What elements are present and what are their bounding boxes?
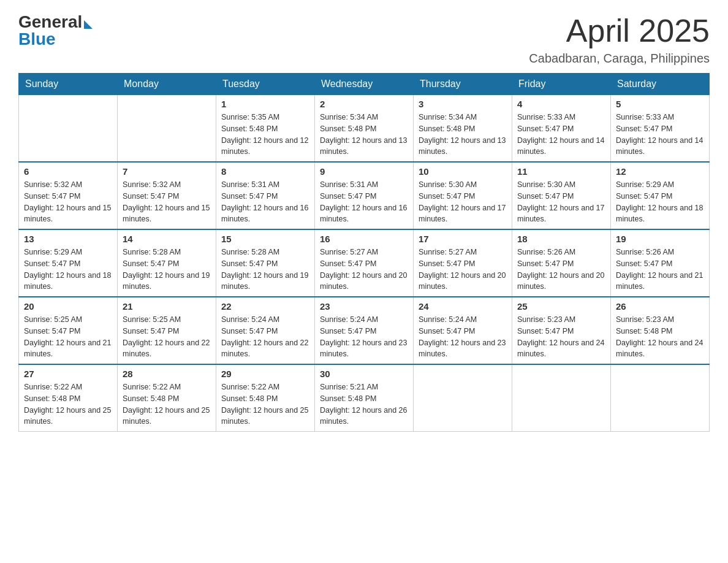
day-info: Sunrise: 5:31 AMSunset: 5:47 PMDaylight:…: [320, 179, 408, 225]
title-block: April 2025 Cabadbaran, Caraga, Philippin…: [529, 12, 710, 66]
day-info: Sunrise: 5:33 AMSunset: 5:47 PMDaylight:…: [517, 112, 605, 158]
day-number: 14: [123, 234, 211, 244]
day-info: Sunrise: 5:26 AMSunset: 5:47 PMDaylight:…: [517, 247, 605, 293]
day-info: Sunrise: 5:28 AMSunset: 5:47 PMDaylight:…: [123, 247, 211, 293]
day-info: Sunrise: 5:29 AMSunset: 5:47 PMDaylight:…: [616, 179, 704, 225]
calendar-cell: [414, 364, 512, 432]
calendar-cell: 29Sunrise: 5:22 AMSunset: 5:48 PMDayligh…: [216, 364, 315, 432]
day-number: 1: [221, 99, 309, 109]
calendar-cell: 5Sunrise: 5:33 AMSunset: 5:47 PMDaylight…: [611, 95, 710, 163]
calendar-cell: 25Sunrise: 5:23 AMSunset: 5:47 PMDayligh…: [512, 297, 611, 364]
day-info: Sunrise: 5:27 AMSunset: 5:47 PMDaylight:…: [320, 247, 408, 293]
day-number: 3: [419, 99, 507, 109]
calendar-cell: 18Sunrise: 5:26 AMSunset: 5:47 PMDayligh…: [512, 229, 611, 297]
col-header-friday: Friday: [512, 74, 611, 95]
day-number: 17: [419, 234, 507, 244]
col-header-monday: Monday: [118, 74, 216, 95]
day-number: 12: [616, 166, 704, 177]
calendar-cell: 1Sunrise: 5:35 AMSunset: 5:48 PMDaylight…: [216, 95, 315, 163]
calendar-cell: 9Sunrise: 5:31 AMSunset: 5:47 PMDaylight…: [315, 162, 414, 229]
day-number: 16: [320, 234, 408, 244]
day-info: Sunrise: 5:32 AMSunset: 5:47 PMDaylight:…: [24, 179, 112, 225]
day-number: 22: [221, 301, 309, 312]
day-number: 26: [616, 301, 704, 312]
location-title: Cabadbaran, Caraga, Philippines: [529, 52, 710, 66]
calendar-cell: [19, 95, 118, 163]
day-info: Sunrise: 5:34 AMSunset: 5:48 PMDaylight:…: [419, 112, 507, 158]
day-number: 2: [320, 99, 408, 109]
day-number: 7: [123, 166, 211, 177]
calendar-cell: 6Sunrise: 5:32 AMSunset: 5:47 PMDaylight…: [19, 162, 118, 229]
calendar-cell: 26Sunrise: 5:23 AMSunset: 5:48 PMDayligh…: [611, 297, 710, 364]
day-info: Sunrise: 5:30 AMSunset: 5:47 PMDaylight:…: [517, 179, 605, 225]
day-number: 24: [419, 301, 507, 312]
day-info: Sunrise: 5:28 AMSunset: 5:47 PMDaylight:…: [221, 247, 309, 293]
day-info: Sunrise: 5:31 AMSunset: 5:47 PMDaylight:…: [221, 179, 309, 225]
day-info: Sunrise: 5:27 AMSunset: 5:47 PMDaylight:…: [419, 247, 507, 293]
day-number: 6: [24, 166, 112, 177]
calendar-cell: 12Sunrise: 5:29 AMSunset: 5:47 PMDayligh…: [611, 162, 710, 229]
day-info: Sunrise: 5:24 AMSunset: 5:47 PMDaylight:…: [419, 314, 507, 360]
day-info: Sunrise: 5:23 AMSunset: 5:48 PMDaylight:…: [616, 314, 704, 360]
day-number: 27: [24, 369, 112, 379]
calendar-cell: 27Sunrise: 5:22 AMSunset: 5:48 PMDayligh…: [19, 364, 118, 432]
calendar-cell: [118, 95, 216, 163]
day-number: 28: [123, 369, 211, 379]
calendar-cell: 17Sunrise: 5:27 AMSunset: 5:47 PMDayligh…: [414, 229, 512, 297]
month-title: April 2025: [529, 12, 710, 49]
calendar-cell: 8Sunrise: 5:31 AMSunset: 5:47 PMDaylight…: [216, 162, 315, 229]
day-number: 8: [221, 166, 309, 177]
day-info: Sunrise: 5:22 AMSunset: 5:48 PMDaylight:…: [221, 381, 309, 427]
calendar-cell: 11Sunrise: 5:30 AMSunset: 5:47 PMDayligh…: [512, 162, 611, 229]
day-number: 25: [517, 301, 605, 312]
day-info: Sunrise: 5:25 AMSunset: 5:47 PMDaylight:…: [123, 314, 211, 360]
day-info: Sunrise: 5:21 AMSunset: 5:48 PMDaylight:…: [320, 381, 408, 427]
calendar-cell: 30Sunrise: 5:21 AMSunset: 5:48 PMDayligh…: [315, 364, 414, 432]
calendar-cell: [611, 364, 710, 432]
day-number: 23: [320, 301, 408, 312]
calendar-cell: 23Sunrise: 5:24 AMSunset: 5:47 PMDayligh…: [315, 297, 414, 364]
calendar-cell: 4Sunrise: 5:33 AMSunset: 5:47 PMDaylight…: [512, 95, 611, 163]
day-number: 10: [419, 166, 507, 177]
day-number: 18: [517, 234, 605, 244]
calendar-cell: [512, 364, 611, 432]
day-info: Sunrise: 5:30 AMSunset: 5:47 PMDaylight:…: [419, 179, 507, 225]
calendar-cell: 19Sunrise: 5:26 AMSunset: 5:47 PMDayligh…: [611, 229, 710, 297]
day-info: Sunrise: 5:33 AMSunset: 5:47 PMDaylight:…: [616, 112, 704, 158]
calendar-cell: 16Sunrise: 5:27 AMSunset: 5:47 PMDayligh…: [315, 229, 414, 297]
calendar-cell: 24Sunrise: 5:24 AMSunset: 5:47 PMDayligh…: [414, 297, 512, 364]
day-number: 19: [616, 234, 704, 244]
calendar-cell: 7Sunrise: 5:32 AMSunset: 5:47 PMDaylight…: [118, 162, 216, 229]
calendar-cell: 22Sunrise: 5:24 AMSunset: 5:47 PMDayligh…: [216, 297, 315, 364]
calendar-cell: 14Sunrise: 5:28 AMSunset: 5:47 PMDayligh…: [118, 229, 216, 297]
day-number: 21: [123, 301, 211, 312]
day-number: 9: [320, 166, 408, 177]
logo-blue-text: Blue: [18, 29, 56, 49]
day-info: Sunrise: 5:35 AMSunset: 5:48 PMDaylight:…: [221, 112, 309, 158]
page-header: General Blue April 2025 Cabadbaran, Cara…: [18, 12, 710, 66]
day-number: 30: [320, 369, 408, 379]
day-info: Sunrise: 5:32 AMSunset: 5:47 PMDaylight:…: [123, 179, 211, 225]
calendar-cell: 10Sunrise: 5:30 AMSunset: 5:47 PMDayligh…: [414, 162, 512, 229]
calendar-cell: 3Sunrise: 5:34 AMSunset: 5:48 PMDaylight…: [414, 95, 512, 163]
day-info: Sunrise: 5:22 AMSunset: 5:48 PMDaylight:…: [24, 381, 112, 427]
day-info: Sunrise: 5:24 AMSunset: 5:47 PMDaylight:…: [221, 314, 309, 360]
logo-arrow-icon: [84, 20, 93, 29]
col-header-tuesday: Tuesday: [216, 74, 315, 95]
calendar-cell: 15Sunrise: 5:28 AMSunset: 5:47 PMDayligh…: [216, 229, 315, 297]
calendar-cell: 20Sunrise: 5:25 AMSunset: 5:47 PMDayligh…: [19, 297, 118, 364]
col-header-wednesday: Wednesday: [315, 74, 414, 95]
day-info: Sunrise: 5:34 AMSunset: 5:48 PMDaylight:…: [320, 112, 408, 158]
day-number: 29: [221, 369, 309, 379]
day-info: Sunrise: 5:29 AMSunset: 5:47 PMDaylight:…: [24, 247, 112, 293]
day-info: Sunrise: 5:26 AMSunset: 5:47 PMDaylight:…: [616, 247, 704, 293]
day-number: 13: [24, 234, 112, 244]
day-number: 5: [616, 99, 704, 109]
calendar-table: SundayMondayTuesdayWednesdayThursdayFrid…: [18, 73, 710, 432]
col-header-thursday: Thursday: [414, 74, 512, 95]
calendar-cell: 28Sunrise: 5:22 AMSunset: 5:48 PMDayligh…: [118, 364, 216, 432]
day-number: 15: [221, 234, 309, 244]
calendar-cell: 13Sunrise: 5:29 AMSunset: 5:47 PMDayligh…: [19, 229, 118, 297]
col-header-saturday: Saturday: [611, 74, 710, 95]
logo: General Blue: [18, 12, 93, 49]
